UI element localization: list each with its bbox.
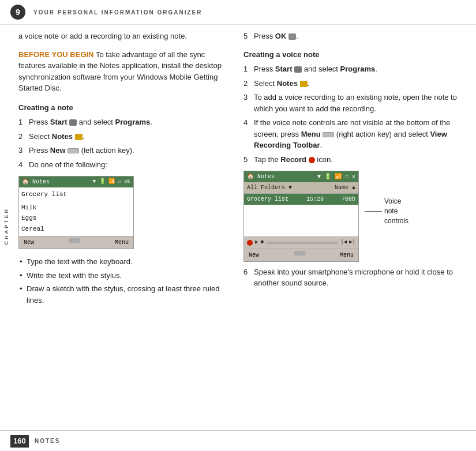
vs-bottom-toolbar: New Menu <box>244 249 358 261</box>
voice-screenshot: 🏠 Notes ▼ 🔋 📶 ☐ ✕ All Folders ▼ Name ▲ G… <box>243 171 359 262</box>
name-label[interactable]: Name ▲ <box>335 183 355 192</box>
phone-content-left: Grocery list Milk Eggs Cereal <box>19 187 133 236</box>
phone-new-btn[interactable]: New <box>24 238 34 247</box>
bullet-2: Write the text with the stylus. <box>18 269 227 283</box>
voice-note-text: Voicenotecontrols <box>384 197 408 226</box>
right-step-6: 6 Speak into your smartphone's microphon… <box>243 266 467 289</box>
left-step-3: 3 Press New (left action key). <box>18 145 227 156</box>
header-title: YOUR PERSONAL INFORMATION ORGANIZER <box>33 9 202 16</box>
right-step-5: 5 Tap the Record icon. <box>243 154 467 166</box>
voice-note-arrow: Voicenotecontrols <box>365 197 408 226</box>
left-column: a voice note or add a recording to an ex… <box>13 31 238 422</box>
bullet-list: Type the text with the keyboard. Write t… <box>18 255 227 307</box>
vs-new-btn[interactable]: New <box>249 251 259 260</box>
chapter-tab-text: CHAPTER <box>3 208 9 245</box>
vs-content-area <box>244 205 358 236</box>
bullet-3: Draw a sketch with the stylus, crossing … <box>18 282 227 307</box>
voice-screenshot-wrapper: 🏠 Notes ▼ 🔋 📶 ☐ ✕ All Folders ▼ Name ▲ G… <box>243 171 467 262</box>
voice-note-label: Voicenotecontrols <box>365 171 408 226</box>
vs-menu-btn[interactable]: Menu <box>340 251 354 260</box>
vs-folder-bar: All Folders ▼ Name ▲ <box>244 182 358 194</box>
chapter-tab: CHAPTER <box>0 25 13 427</box>
left-step-1: 1 Press Start and select Programs. <box>18 116 227 128</box>
right-step-5-top: 5 Press OK . <box>243 31 467 42</box>
right-step-1: 1 Press Start and select Programs. <box>243 63 467 75</box>
vs-row: Grocery list 15:29 708b <box>244 194 358 205</box>
content-area: a voice note or add a recording to an ex… <box>13 25 476 427</box>
right-column: 5 Press OK . Creating a voice note 1 Pre… <box>238 31 476 422</box>
creating-voice-heading: Creating a voice note <box>243 49 467 61</box>
phone-toolbar-left: New Menu <box>19 236 133 249</box>
play-button[interactable]: ▶ <box>255 239 258 247</box>
record-button[interactable] <box>247 240 253 246</box>
before-you-begin-box: BEFORE YOU BEGIN To take advantage of al… <box>18 49 227 94</box>
recording-slider[interactable] <box>266 242 339 244</box>
before-title: BEFORE YOU BEGIN <box>18 50 94 59</box>
creating-note-heading: Creating a note <box>18 102 227 114</box>
top-bar: 9 YOUR PERSONAL INFORMATION ORGANIZER <box>0 0 476 25</box>
arrow-line <box>365 211 382 212</box>
main-layout: CHAPTER a voice note or add a recording … <box>0 25 476 427</box>
right-step-3: 3 To add a voice recording to an existin… <box>243 92 467 114</box>
left-step-4: 4 Do one of the following: <box>18 159 227 171</box>
right-step-4: 4 If the voice note controls are not vis… <box>243 117 467 151</box>
notes-screenshot-left: 🏠 Notes ▼ 🔋 📶 ☐ ok Grocery list Milk Egg… <box>18 176 134 249</box>
bullet-1: Type the text with the keyboard. <box>18 255 227 269</box>
bottom-bar: 160 NOTES <box>0 430 476 451</box>
page-number: 160 <box>10 435 29 448</box>
vs-titlebar: 🏠 Notes ▼ 🔋 📶 ☐ ✕ <box>244 171 358 182</box>
folder-label[interactable]: All Folders ▼ <box>247 183 292 192</box>
footer-section-title: NOTES <box>35 438 60 444</box>
right-step-2: 2 Select Notes . <box>243 78 467 89</box>
right-steps: 1 Press Start and select Programs. 2 Sel… <box>243 63 467 165</box>
vs-recording-bar: ▶ ■ |◀ ▶| <box>244 236 358 249</box>
intro-text: a voice note or add a recording to an ex… <box>18 31 227 42</box>
left-step-2: 2 Select Notes . <box>18 131 227 142</box>
left-steps: 1 Press Start and select Programs. 2 Sel… <box>18 116 227 170</box>
chapter-number: 9 <box>10 5 25 20</box>
phone-menu-btn[interactable]: Menu <box>115 238 129 247</box>
phone-titlebar-left: 🏠 Notes ▼ 🔋 📶 ☐ ok <box>19 176 133 187</box>
